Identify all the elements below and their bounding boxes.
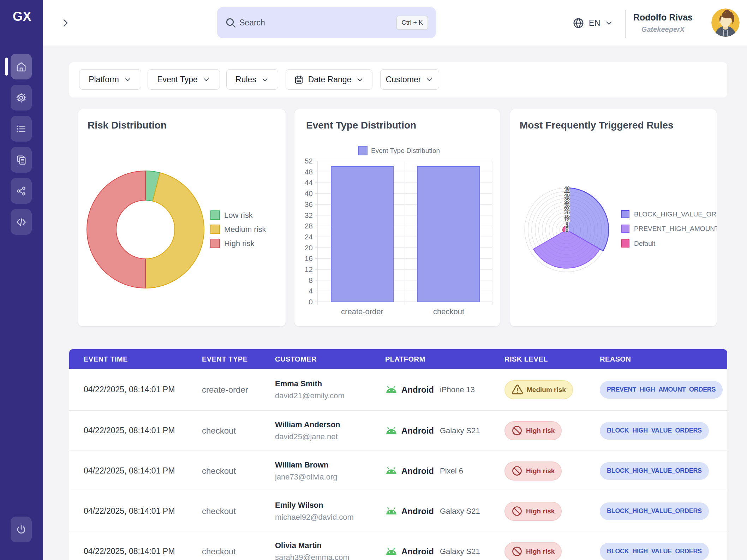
svg-text:48: 48 xyxy=(305,168,313,176)
svg-text:52: 52 xyxy=(305,157,313,165)
svg-text:create-order: create-order xyxy=(341,307,383,316)
svg-text:checkout: checkout xyxy=(433,307,464,316)
svg-text:48: 48 xyxy=(564,185,570,191)
svg-text:4: 4 xyxy=(309,287,313,295)
svg-text:16: 16 xyxy=(305,254,313,262)
svg-text:20: 20 xyxy=(305,244,313,252)
svg-text:12: 12 xyxy=(305,265,313,273)
svg-text:24: 24 xyxy=(305,233,313,241)
svg-text:0: 0 xyxy=(309,298,313,306)
svg-text:32: 32 xyxy=(305,211,313,219)
svg-text:28: 28 xyxy=(305,222,313,230)
svg-text:8: 8 xyxy=(309,276,313,284)
svg-text:40: 40 xyxy=(305,189,313,197)
svg-text:36: 36 xyxy=(305,200,313,208)
svg-text:44: 44 xyxy=(305,178,313,186)
